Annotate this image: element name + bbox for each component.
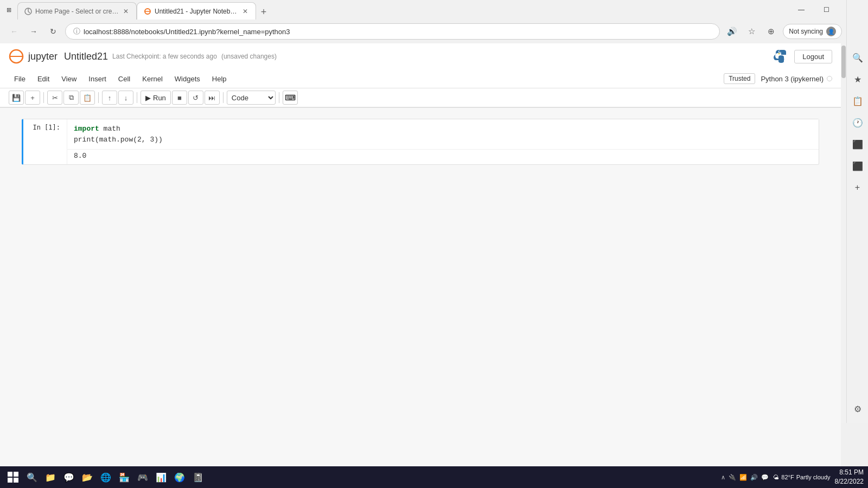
taskbar-jupyter[interactable]: 📓 [190, 469, 206, 485]
browser-sidebar: 🔍 ★ 📋 🕐 ⬛ ⬛ + ⚙ [846, 0, 868, 423]
tray-wifi-icon: 📶 [739, 474, 747, 481]
move-down-button[interactable]: ↓ [118, 91, 133, 105]
code-area[interactable]: import math print(math.pow(2, 3)) [67, 119, 819, 149]
taskbar-explorer[interactable]: 📂 [79, 469, 95, 485]
cell-type-select[interactable]: Code Markdown Raw [227, 91, 276, 105]
sidebar-collections-icon[interactable]: 📋 [848, 91, 867, 111]
browser-tab-home[interactable]: Home Page - Select or create a n... ✕ [17, 2, 137, 20]
collections-icon[interactable]: ⊕ [763, 24, 778, 39]
tab-favicon-jupyter [144, 8, 151, 15]
sidebar-add-icon[interactable]: + [848, 178, 867, 197]
run-button[interactable]: ▶ Run [141, 91, 171, 105]
tab-close-home[interactable]: ✕ [122, 7, 130, 16]
taskbar-edge[interactable]: 🌐 [98, 469, 114, 485]
paste-cell-button[interactable]: 📋 [80, 91, 95, 105]
taskbar-search[interactable]: 🔍 [24, 469, 40, 485]
menu-widgets[interactable]: Widgets [169, 73, 206, 85]
weather-temp: 82°F [781, 474, 794, 480]
svg-point-5 [778, 53, 780, 55]
tab-label-jupyter: Untitled21 - Jupyter Notebook [155, 8, 238, 15]
run-icon: ▶ [145, 94, 151, 102]
tray-chevron[interactable]: ∧ [721, 474, 725, 481]
taskbar-chat[interactable]: 💬 [61, 469, 77, 485]
sidebar-history-icon[interactable]: 🕐 [848, 113, 867, 132]
sidebar-favorites-icon[interactable]: ★ [848, 69, 867, 89]
start-button[interactable] [4, 468, 22, 486]
taskbar: 🔍 📁 💬 📂 🌐 🏪 🎮 📊 🌍 📓 ∧ 🔌 📶 🔊 💬 🌤 82°F Par… [0, 466, 868, 488]
tab-favicon-home [24, 8, 32, 15]
address-bar[interactable]: ⓘ localhost:8888/notebooks/Untitled21.ip… [65, 23, 720, 40]
refresh-button[interactable]: ↻ [46, 24, 61, 39]
system-tray: ∧ 🔌 📶 🔊 💬 [721, 474, 769, 481]
python-logo [773, 48, 790, 65]
kernel-name-display: Python 3 (ipykernel) [761, 75, 832, 83]
jupyter-body: jupyter Untitled21 Last Checkpoint: a fe… [0, 43, 841, 466]
svg-point-6 [783, 59, 784, 60]
tray-speech-icon: 💬 [761, 474, 769, 481]
menu-insert[interactable]: Insert [83, 73, 112, 85]
favorites-icon[interactable]: ☆ [744, 24, 759, 39]
sidebar-office-icon[interactable]: ⬛ [848, 134, 867, 154]
page-scrollbar [841, 43, 846, 423]
tab-grid-button[interactable]: ⊞ [4, 5, 13, 14]
move-up-button[interactable]: ↑ [102, 91, 117, 105]
back-button[interactable]: ← [7, 24, 22, 39]
menu-help[interactable]: Help [207, 73, 232, 85]
tab-close-jupyter[interactable]: ✕ [241, 7, 249, 16]
weather-desc: Partly cloudy [796, 474, 831, 480]
save-button[interactable]: 💾 [9, 91, 24, 105]
menu-file[interactable]: File [9, 73, 31, 85]
menu-view[interactable]: View [56, 73, 82, 85]
read-aloud-icon[interactable]: 🔊 [724, 24, 739, 39]
clock-time: 8:51 PM [835, 468, 864, 477]
minimize-button[interactable]: — [789, 0, 814, 20]
code-cell[interactable]: In [1]: import math print(math.pow(2, 3)… [22, 119, 819, 165]
system-clock[interactable]: 8:51 PM 8/22/2022 [835, 468, 864, 486]
sidebar-search-icon[interactable]: 🔍 [848, 48, 867, 67]
weather-widget[interactable]: 🌤 82°F Partly cloudy [773, 474, 830, 480]
run-label: Run [153, 94, 166, 102]
profile-button[interactable]: Not syncing 👤 [783, 24, 842, 39]
keyboard-shortcuts-button[interactable]: ⌨ [283, 91, 298, 105]
checkpoint-info: Last Checkpoint: a few seconds ago [112, 53, 217, 60]
toolbar: 💾 + ✂ ⧉ 📋 ↑ ↓ ▶ Run ■ ↺ ⏭ Code Markdown … [0, 88, 841, 107]
tray-volume-icon: 🔊 [750, 474, 758, 481]
tab-label-home: Home Page - Select or create a n... [35, 8, 119, 15]
unsaved-changes: (unsaved changes) [221, 53, 277, 60]
scrollbar-thumb[interactable] [841, 46, 846, 78]
taskbar-excel[interactable]: 📊 [153, 469, 169, 485]
taskbar-chrome[interactable]: 🌍 [171, 469, 188, 485]
maximize-button[interactable]: ☐ [814, 0, 839, 20]
trusted-label: Trusted [724, 73, 755, 84]
forward-button[interactable]: → [26, 24, 41, 39]
menu-cell[interactable]: Cell [113, 73, 136, 85]
taskbar-store[interactable]: 🏪 [116, 469, 132, 485]
tray-power-icon: 🔌 [729, 474, 736, 481]
restart-button[interactable]: ↺ [188, 91, 203, 105]
menu-kernel[interactable]: Kernel [137, 73, 168, 85]
new-tab-button[interactable]: + [256, 4, 271, 20]
sidebar-outlook-icon[interactable]: ⬛ [848, 156, 867, 176]
logout-button[interactable]: Logout [794, 50, 832, 63]
weather-icon: 🌤 [773, 474, 779, 480]
restart-run-button[interactable]: ⏭ [205, 91, 220, 105]
copy-cell-button[interactable]: ⧉ [63, 91, 79, 105]
clock-date: 8/22/2022 [835, 477, 864, 486]
cell-content: import math print(math.pow(2, 3)) 8.0 [67, 119, 819, 164]
interrupt-button[interactable]: ■ [172, 91, 187, 105]
output-area: 8.0 [67, 149, 819, 164]
add-cell-button[interactable]: + [25, 91, 40, 105]
menu-edit[interactable]: Edit [32, 73, 55, 85]
taskbar-files[interactable]: 📁 [42, 469, 59, 485]
notebook-title[interactable]: Untitled21 [64, 51, 108, 62]
cut-cell-button[interactable]: ✂ [47, 91, 62, 105]
sidebar-settings-icon[interactable]: ⚙ [848, 399, 867, 419]
taskbar-xbox[interactable]: 🎮 [135, 469, 151, 485]
kernel-status: Trusted Python 3 (ipykernel) [724, 73, 832, 84]
notebook-area: In [1]: import math print(math.pow(2, 3)… [0, 108, 841, 180]
toolbar-separator-2 [98, 92, 99, 103]
browser-tab-jupyter[interactable]: Untitled21 - Jupyter Notebook ✕ [137, 2, 256, 20]
jupyter-logo-icon [9, 49, 24, 64]
kernel-status-circle [827, 76, 832, 81]
cell-prompt: In [1]: [23, 119, 67, 164]
